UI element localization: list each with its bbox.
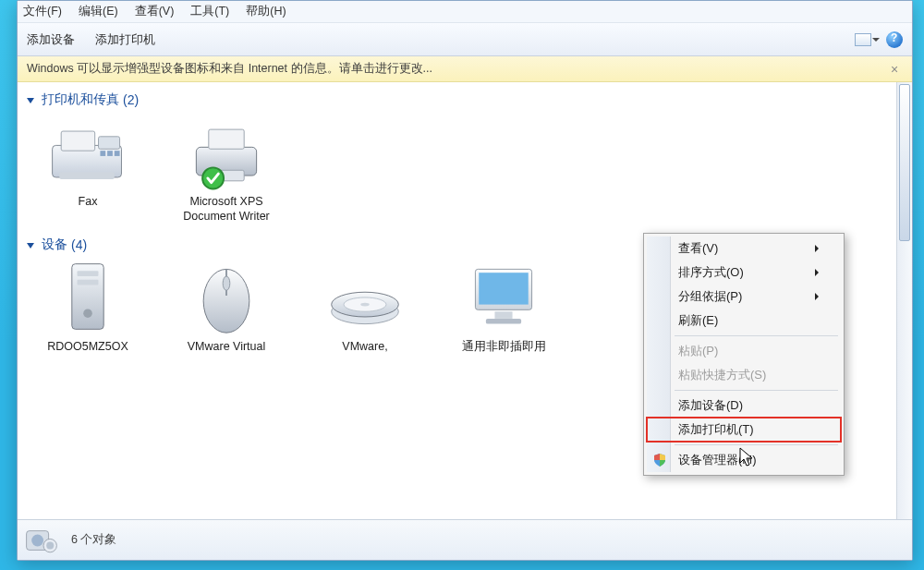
- submenu-arrow-icon: [815, 269, 822, 276]
- item-label: 通用非即插即用: [462, 340, 546, 355]
- info-bar-text: Windows 可以显示增强型设备图标和来自 Internet 的信息。请单击进…: [27, 61, 432, 77]
- mouse-icon: [182, 262, 271, 336]
- svg-rect-1: [61, 131, 94, 151]
- group-title: 打印机和传真: [42, 91, 119, 108]
- context-menu-add-device[interactable]: 添加设备(D): [647, 394, 841, 418]
- svg-rect-5: [107, 151, 113, 156]
- context-menu-view[interactable]: 查看(V): [647, 236, 841, 261]
- svg-point-27: [31, 534, 43, 546]
- svg-point-21: [360, 303, 370, 307]
- item-label: RDOO5MZ5OX: [47, 340, 128, 355]
- group-count: (2): [123, 92, 139, 107]
- svg-rect-12: [78, 272, 99, 277]
- expand-icon: [27, 98, 34, 103]
- view-layout-button[interactable]: [855, 33, 871, 46]
- device-item-monitor[interactable]: 通用非即插即用: [448, 262, 559, 355]
- shield-icon: [652, 453, 667, 467]
- svg-rect-3: [59, 172, 115, 179]
- svg-rect-23: [479, 273, 529, 304]
- submenu-arrow-icon: [815, 293, 822, 300]
- context-menu-label: 查看(V): [678, 240, 718, 257]
- device-item-disk[interactable]: VMware,: [310, 262, 420, 355]
- submenu-arrow-icon: [815, 245, 822, 252]
- item-label: VMware Virtual: [188, 340, 266, 355]
- svg-rect-24: [494, 311, 512, 319]
- context-menu-paste-shortcut: 粘贴快捷方式(S): [647, 363, 841, 387]
- scrollbar-thumb[interactable]: [899, 84, 910, 241]
- context-menu-label: 分组依据(P): [678, 288, 742, 305]
- menu-separator: [675, 390, 838, 391]
- svg-rect-6: [115, 151, 120, 156]
- device-item-computer[interactable]: RDOO5MZ5OX: [32, 262, 143, 355]
- group-count: (4): [71, 237, 87, 252]
- menu-file[interactable]: 文件(F): [23, 4, 62, 19]
- menubar: 文件(F) 编辑(E) 查看(V) 工具(T) 帮助(H): [18, 1, 912, 23]
- vertical-scrollbar[interactable]: [896, 82, 912, 560]
- details-pane-icon: [25, 525, 62, 556]
- menu-separator: [675, 335, 838, 336]
- disk-icon: [321, 262, 409, 336]
- context-menu-refresh[interactable]: 刷新(E): [647, 309, 841, 333]
- help-icon[interactable]: [886, 31, 903, 48]
- item-label: Microsoft XPS Document Writer: [171, 195, 282, 224]
- svg-point-29: [46, 541, 54, 549]
- context-menu: 查看(V) 排序方式(O) 分组依据(P) 刷新(E) 粘贴(P) 粘贴快捷方式…: [643, 233, 845, 476]
- context-menu-label: 粘贴快捷方式(S): [678, 367, 766, 383]
- menu-tools[interactable]: 工具(T): [190, 4, 229, 19]
- svg-rect-2: [99, 137, 120, 149]
- toolbar-add-printer[interactable]: 添加打印机: [95, 31, 155, 48]
- info-bar[interactable]: Windows 可以显示增强型设备图标和来自 Internet 的信息。请单击进…: [18, 56, 912, 82]
- info-bar-close[interactable]: ×: [886, 62, 903, 77]
- svg-point-17: [223, 276, 230, 290]
- context-menu-sort[interactable]: 排序方式(O): [647, 261, 841, 285]
- fax-icon: [43, 117, 132, 191]
- status-text: 6 个对象: [71, 532, 116, 548]
- status-bar: 6 个对象: [18, 519, 912, 560]
- group-title: 设备: [42, 236, 67, 253]
- svg-rect-4: [100, 151, 105, 156]
- monitor-icon: [459, 262, 548, 336]
- context-menu-label: 刷新(E): [678, 312, 718, 329]
- toolbar: 添加设备 添加打印机: [18, 23, 912, 56]
- menu-help[interactable]: 帮助(H): [246, 4, 286, 19]
- context-menu-label: 设备管理器(M): [678, 452, 757, 468]
- svg-rect-13: [78, 280, 99, 285]
- computer-icon: [43, 262, 132, 336]
- device-item-xps[interactable]: Microsoft XPS Document Writer: [171, 117, 282, 224]
- expand-icon: [27, 243, 34, 249]
- context-menu-paste: 粘贴(P): [647, 339, 841, 363]
- svg-rect-25: [486, 319, 521, 324]
- item-label: VMware,: [342, 340, 387, 355]
- menu-view[interactable]: 查看(V): [135, 4, 175, 19]
- item-label: Fax: [79, 195, 98, 210]
- context-menu-add-printer[interactable]: 添加打印机(T): [647, 418, 841, 442]
- menu-separator: [675, 444, 838, 445]
- context-menu-label: 粘贴(P): [678, 343, 718, 359]
- menu-edit[interactable]: 编辑(E): [79, 4, 118, 19]
- toolbar-add-device[interactable]: 添加设备: [27, 31, 75, 48]
- context-menu-label: 排序方式(O): [678, 264, 744, 281]
- context-menu-label: 添加打印机(T): [678, 421, 754, 438]
- context-menu-device-manager[interactable]: 设备管理器(M): [647, 448, 841, 472]
- context-menu-group[interactable]: 分组依据(P): [647, 285, 841, 309]
- group-header-printers[interactable]: 打印机和传真 (2): [18, 88, 896, 114]
- device-item-mouse[interactable]: VMware Virtual: [171, 262, 282, 355]
- context-menu-label: 添加设备(D): [678, 397, 743, 414]
- printer-icon: [182, 117, 271, 191]
- device-item-fax[interactable]: Fax: [32, 117, 143, 224]
- svg-rect-8: [209, 129, 244, 149]
- svg-point-14: [83, 309, 92, 319]
- svg-point-10: [202, 167, 224, 188]
